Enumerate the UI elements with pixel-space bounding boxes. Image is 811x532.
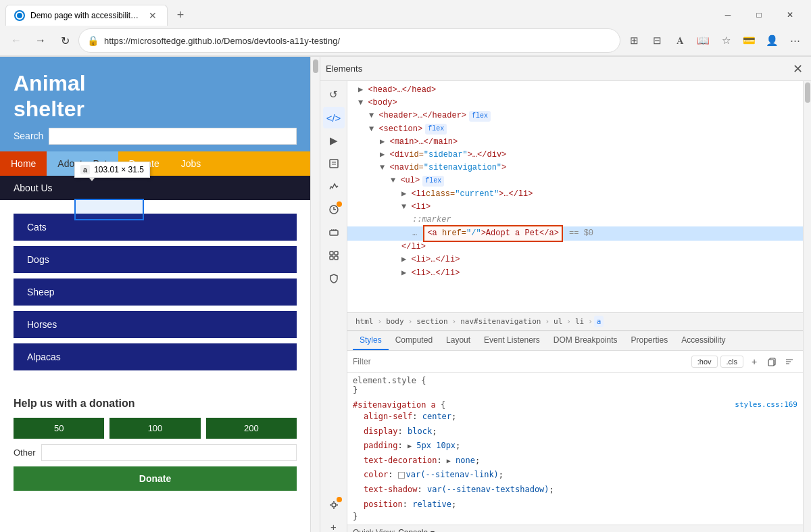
browser-tab[interactable]: Demo page with accessibility iss ✕: [5, 5, 168, 26]
add-rule-button[interactable]: +: [746, 354, 762, 370]
page-scrollbar[interactable]: [311, 57, 320, 532]
maximize-button[interactable]: □: [743, 4, 775, 26]
devtools-sources-icon[interactable]: [323, 153, 345, 174]
tab-dom-breakpoints[interactable]: DOM Breakpoints: [547, 331, 624, 350]
search-input[interactable]: [49, 128, 297, 145]
close-button[interactable]: ✕: [775, 4, 806, 26]
devtools-close-button[interactable]: ✕: [789, 61, 806, 77]
svg-rect-8: [330, 251, 333, 255]
animal-sheep[interactable]: Sheep: [14, 279, 297, 306]
amount-200[interactable]: 200: [206, 418, 297, 439]
devtools-memory-icon[interactable]: [323, 222, 345, 243]
tree-marker[interactable]: ::marker: [347, 214, 803, 226]
devtools-network-icon[interactable]: [323, 176, 345, 197]
breadcrumb-li[interactable]: li: [572, 316, 587, 327]
changes-button[interactable]: [781, 354, 797, 370]
site-nav: Home Adopt a Pet Donate Jobs: [0, 151, 310, 176]
tab-accessibility[interactable]: Accessibility: [674, 331, 732, 350]
forward-button[interactable]: →: [30, 30, 51, 51]
selected-element-highlight: <a href="/">Adopt a Pet</a>: [424, 226, 561, 241]
breadcrumb-section[interactable]: section: [414, 316, 450, 327]
amount-100[interactable]: 100: [109, 418, 200, 439]
devtools-scroll-thumb[interactable]: [805, 82, 810, 103]
new-tab-button[interactable]: +: [170, 5, 191, 25]
animal-cats[interactable]: Cats: [14, 214, 297, 241]
devtools-experiments-icon[interactable]: [323, 494, 345, 516]
tree-li-3[interactable]: ▶ <li>…</li>: [347, 267, 803, 280]
tree-header[interactable]: ▼ <header>…</header>flex: [347, 110, 803, 122]
url-text: https://microsoftedge.github.io/Demos/de…: [104, 36, 612, 46]
reload-button[interactable]: ↻: [54, 30, 76, 51]
minimize-button[interactable]: ─: [712, 4, 743, 26]
cls-button[interactable]: .cls: [720, 356, 744, 368]
donate-button[interactable]: Donate: [14, 466, 297, 491]
tab-event-listeners[interactable]: Event Listeners: [477, 331, 547, 350]
tree-li-2[interactable]: ▶ <li>…</li>: [347, 253, 803, 266]
other-amount-input[interactable]: [41, 444, 297, 461]
tree-section[interactable]: ▼ <section>flex: [347, 123, 803, 136]
immersive-reader-icon[interactable]: 📖: [692, 30, 714, 51]
wallet-icon[interactable]: 💳: [738, 30, 760, 51]
devtools-more-tools-icon[interactable]: +: [323, 516, 345, 532]
back-button[interactable]: ←: [5, 30, 27, 51]
color-swatch[interactable]: [398, 472, 405, 479]
hov-button[interactable]: :hov: [691, 356, 718, 368]
devtools-application-icon[interactable]: [323, 245, 345, 266]
favorites-icon[interactable]: ☆: [715, 30, 737, 51]
tree-ul[interactable]: ▼ <ul>flex: [347, 174, 803, 187]
elements-tree: ▶ <head>…</head> ▼ <body> ▼ <header>…</h…: [347, 81, 803, 312]
profile-icon[interactable]: 👤: [761, 30, 783, 51]
breadcrumb-nav[interactable]: nav#sitenavigation: [458, 316, 543, 327]
tree-a-selected[interactable]: … <a href="/">Adopt a Pet</a> == $0: [347, 226, 803, 241]
styles-content: element.style { } #sitenavigation a { st…: [347, 373, 803, 525]
tree-main[interactable]: ▶ <main>…</main>: [347, 136, 803, 149]
address-bar[interactable]: 🔒 https://microsoftedge.github.io/Demos/…: [78, 28, 620, 53]
tab-layout[interactable]: Layout: [439, 331, 477, 350]
tree-div-sidebar[interactable]: ▶ <div id="sidebar">…</div>: [347, 149, 803, 162]
styles-tabs: Styles Computed Layout Event Listeners D…: [347, 331, 803, 351]
tree-body[interactable]: ▼ <body>: [347, 97, 803, 110]
breadcrumb-ul[interactable]: ul: [551, 316, 565, 327]
animal-horses[interactable]: Horses: [14, 311, 297, 338]
scroll-thumb[interactable]: [313, 59, 318, 73]
tab-computed[interactable]: Computed: [389, 331, 439, 350]
quick-view-value[interactable]: Console ▾: [398, 528, 434, 532]
devtools-console-icon[interactable]: ▶: [323, 130, 345, 151]
donation-amounts: 50 100 200: [14, 418, 297, 439]
breadcrumb-html[interactable]: html: [353, 316, 376, 327]
rule-source-link[interactable]: styles.css:169: [735, 400, 797, 409]
tree-head[interactable]: ▶ <head>…</head>: [347, 84, 803, 97]
animal-alpacas[interactable]: Alpacas: [14, 343, 297, 370]
breadcrumb-a[interactable]: a: [594, 316, 604, 327]
tab-styles[interactable]: Styles: [353, 331, 389, 350]
devtools-security-icon[interactable]: [323, 268, 345, 289]
animal-dogs[interactable]: Dogs: [14, 246, 297, 273]
tab-close-button[interactable]: ✕: [147, 9, 159, 22]
devtools-cursor-icon[interactable]: ↺: [323, 84, 345, 105]
devtools-scrollbar[interactable]: [803, 81, 811, 532]
collections-icon[interactable]: ⊟: [646, 30, 668, 51]
devtools-performance-icon[interactable]: [323, 199, 345, 220]
tab-properties[interactable]: Properties: [624, 331, 675, 350]
css-text-decoration: text-decoration: ▶ none;: [353, 454, 797, 468]
site-title-line2: shelter: [14, 97, 84, 121]
nav-item-home[interactable]: Home: [0, 151, 47, 176]
devtools-elements-icon[interactable]: </>: [323, 107, 345, 128]
breadcrumb-body[interactable]: body: [383, 316, 407, 327]
filter-input[interactable]: [353, 357, 689, 366]
read-aloud-icon[interactable]: 𝐀: [669, 30, 691, 51]
nav-item-jobs[interactable]: Jobs: [170, 151, 212, 176]
browser-toolbar: ⊞ ⊟ 𝐀 📖 ☆ 💳 👤 ⋯: [623, 30, 806, 51]
about-us-link[interactable]: About Us: [14, 183, 53, 193]
window-controls: ─ □ ✕: [712, 4, 806, 26]
tree-nav[interactable]: ▼ <nav id="sitenavigation">: [347, 162, 803, 174]
copy-all-button[interactable]: [764, 354, 780, 370]
tree-li[interactable]: ▼ <li>: [347, 201, 803, 214]
settings-icon[interactable]: ⋯: [784, 30, 806, 51]
tree-li-current[interactable]: ▶ <li class="current">…</li>: [347, 188, 803, 201]
tab-search-icon[interactable]: ⊞: [623, 30, 645, 51]
svg-rect-10: [330, 256, 333, 260]
tree-li-close[interactable]: </li>: [347, 241, 803, 253]
amount-50[interactable]: 50: [14, 418, 104, 439]
site-header: Animal shelter Search: [0, 57, 310, 151]
